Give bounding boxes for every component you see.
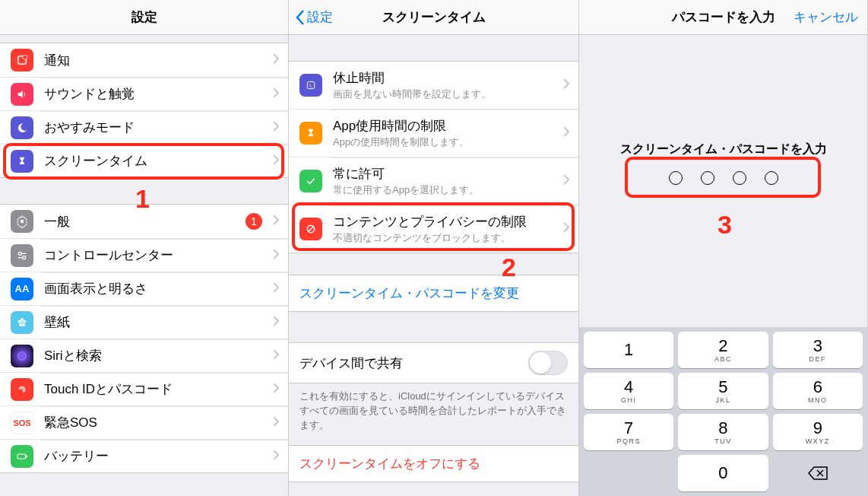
svg-point-11 (19, 323, 22, 326)
passcode-dot (733, 171, 746, 185)
chevron-right-icon (563, 126, 569, 140)
passcode-dot (765, 171, 778, 185)
svg-rect-15 (26, 455, 27, 457)
annotation-step-number: 3 (718, 210, 732, 240)
key-8[interactable]: 8TUV (678, 414, 768, 450)
row-label: 壁紙 (44, 313, 267, 331)
row-downtime[interactable]: 休止時間 画面を見ない時間帯を設定します。 (289, 62, 578, 109)
svg-point-1 (23, 55, 27, 59)
settings-group-2: 一般 1 コントロールセンター AA 画面表示と明るさ 壁紙 (0, 204, 288, 473)
row-dnd[interactable]: おやすみモード (0, 110, 288, 144)
row-always-allow[interactable]: 常に許可 常に使用するAppを選択します。 (289, 157, 578, 205)
block-icon (299, 218, 322, 240)
row-label: 一般 (44, 213, 246, 231)
svg-rect-14 (17, 454, 26, 459)
chevron-right-icon (273, 316, 279, 329)
share-toggle[interactable] (528, 351, 568, 375)
chevron-right-icon (273, 154, 279, 168)
notification-badge: 1 (246, 213, 262, 230)
navbar: パスコードを入力 キャンセル (579, 0, 867, 35)
annotation-step-number: 2 (502, 253, 516, 282)
row-sos[interactable]: SOS 緊急SOS (0, 405, 288, 439)
turn-off-screentime-link[interactable]: スクリーンタイムをオフにする (289, 445, 578, 482)
chevron-right-icon (563, 174, 569, 188)
row-touchid[interactable]: Touch IDとパスコード (0, 372, 288, 405)
hourglass-icon (299, 122, 322, 145)
row-screentime[interactable]: スクリーンタイム (0, 144, 288, 177)
chevron-right-icon (273, 53, 279, 67)
svg-point-9 (23, 320, 26, 323)
navbar: 設定 スクリーンタイム (289, 0, 578, 35)
change-passcode-link[interactable]: スクリーンタイム・パスコードを変更 (289, 275, 578, 312)
chevron-right-icon (273, 249, 279, 262)
backspace-icon (807, 466, 828, 481)
key-7[interactable]: 7PQRS (584, 414, 673, 450)
passcode-entry-area: スクリーンタイム・パスコードを入力 3 (579, 35, 867, 327)
passcode-panel: パスコードを入力 キャンセル スクリーンタイム・パスコードを入力 3 1 2AB… (579, 0, 868, 496)
battery-icon (11, 445, 33, 468)
chevron-right-icon (563, 222, 569, 236)
key-4[interactable]: 4GHI (584, 373, 673, 409)
chevron-right-icon (273, 383, 279, 396)
navbar: 設定 (0, 0, 288, 35)
row-sounds[interactable]: サウンドと触覚 (0, 77, 288, 110)
key-0[interactable]: 0 (678, 455, 768, 491)
key-1[interactable]: 1 (584, 332, 673, 368)
fingerprint-icon (11, 378, 33, 401)
moon-icon (11, 116, 33, 139)
key-blank (584, 455, 673, 491)
key-5[interactable]: 5JKL (678, 373, 768, 409)
row-display[interactable]: AA 画面表示と明るさ (0, 272, 288, 305)
moon-icon (299, 74, 322, 97)
row-title: コンテンツとプライバシーの制限 (333, 213, 557, 231)
key-3[interactable]: 3DEF (773, 332, 863, 368)
aa-icon: AA (11, 278, 33, 300)
cancel-button[interactable]: キャンセル (794, 8, 858, 26)
key-9[interactable]: 9WXYZ (773, 414, 863, 450)
share-across-devices-row[interactable]: デバイス間で共有 (289, 342, 578, 383)
row-label: おやすみモード (44, 119, 267, 136)
hourglass-icon (11, 150, 33, 173)
svg-point-8 (21, 318, 24, 321)
screentime-panel: 設定 スクリーンタイム 休止時間 画面を見ない時間帯を設定します。 App使用時… (289, 0, 579, 496)
chevron-right-icon (273, 121, 279, 135)
siri-icon (11, 345, 33, 367)
row-label: コントロールセンター (44, 246, 267, 264)
page-title: スクリーンタイム (382, 8, 486, 26)
chevron-right-icon (273, 416, 279, 430)
back-button[interactable]: 設定 (295, 8, 333, 26)
key-2[interactable]: 2ABC (678, 332, 768, 368)
row-label: Touch IDとパスコード (44, 380, 267, 398)
sos-icon: SOS (11, 412, 33, 434)
row-wallpaper[interactable]: 壁紙 (0, 305, 288, 339)
svg-point-3 (18, 252, 21, 255)
row-title: App使用時間の制限 (333, 117, 557, 135)
back-label: 設定 (307, 8, 333, 26)
flower-icon (11, 311, 33, 334)
row-content-privacy[interactable]: コンテンツとプライバシーの制限 不適切なコンテンツをブロックします。 (289, 205, 578, 253)
screentime-options: 休止時間 画面を見ない時間帯を設定します。 App使用時間の制限 Appの使用時… (289, 61, 578, 253)
chevron-right-icon (563, 78, 569, 92)
passcode-dot (701, 171, 714, 185)
svg-point-13 (18, 351, 27, 360)
row-control-center[interactable]: コントロールセンター (0, 238, 288, 272)
row-app-limits[interactable]: App使用時間の制限 Appの使用時間を制限します。 (289, 109, 578, 157)
svg-rect-16 (307, 81, 314, 88)
passcode-dots (669, 171, 778, 185)
chevron-right-icon (273, 215, 279, 228)
row-label: 通知 (44, 52, 267, 69)
row-siri[interactable]: Siriと検索 (0, 339, 288, 372)
row-label: 緊急SOS (44, 414, 267, 431)
chevron-right-icon (273, 282, 279, 296)
key-6[interactable]: 6MNO (773, 373, 863, 409)
key-delete[interactable] (773, 455, 863, 491)
row-notifications[interactable]: 通知 (0, 43, 288, 77)
chevron-right-icon (273, 87, 279, 101)
row-label: 画面表示と明るさ (44, 280, 267, 297)
annotation-step-number: 1 (135, 184, 150, 214)
settings-group-1: 通知 サウンドと触覚 おやすみモード スクリーンタイム (0, 43, 288, 178)
row-battery[interactable]: バッテリー (0, 439, 288, 472)
sound-icon (11, 83, 33, 106)
row-label: サウンドと触覚 (44, 85, 267, 103)
svg-point-2 (21, 220, 24, 224)
